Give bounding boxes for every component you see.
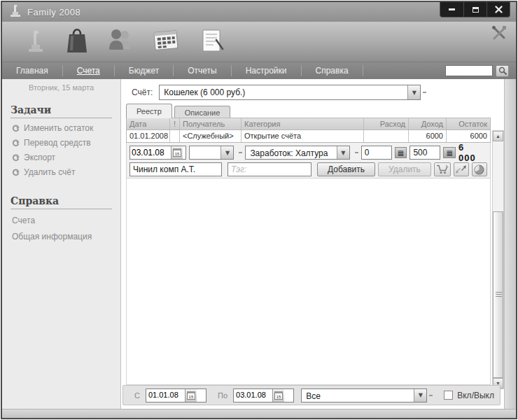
calendar-day-icon: 15 <box>187 391 195 400</box>
filter-from-date-input[interactable] <box>146 389 185 400</box>
filter-from-label: С <box>134 391 140 400</box>
table-row[interactable]: 01.01.2008 <Служебный> Открытие счёта 60… <box>126 130 491 143</box>
search-icon <box>498 66 507 75</box>
col-header-category[interactable]: Категория <box>241 118 364 130</box>
title-bar: Family 2008 <box>2 2 516 22</box>
menu-item-scheta[interactable]: Счета <box>63 65 115 76</box>
chevron-down-icon[interactable]: ▼ <box>407 85 420 99</box>
window-frame-bottom <box>2 409 516 418</box>
entry-editor: 15 ▼ Заработок: Халтура ▼ <box>126 143 491 178</box>
resize-tick <box>355 152 358 153</box>
window-title: Family 2008 <box>27 7 80 18</box>
chevron-down-icon[interactable]: ▼ <box>337 146 349 159</box>
sidebar-item-export[interactable]: Экспорт <box>12 153 120 162</box>
scroll-up-button[interactable]: ▲ <box>493 131 503 141</box>
window-controls <box>440 2 510 18</box>
resize-tick <box>423 92 426 93</box>
close-icon <box>495 6 503 13</box>
app-window: Family 2008 <box>1 1 517 419</box>
tag-input[interactable] <box>227 162 312 176</box>
menu-item-spravka[interactable]: Справка <box>302 65 363 76</box>
cell-category: Открытие счёта <box>241 130 364 142</box>
calculator-button[interactable]: ▦ <box>395 147 407 158</box>
people-icon[interactable] <box>107 27 134 57</box>
tools-icon[interactable] <box>491 24 507 44</box>
menu-item-byudzhet[interactable]: Бюджет <box>115 65 174 76</box>
calendar-picker-button[interactable]: 15 <box>272 389 284 402</box>
entry-category-select[interactable]: Заработок: Халтура ▼ <box>245 146 349 160</box>
entry-date-picker: 15 <box>130 146 186 160</box>
calculator-button[interactable]: ▦ <box>443 147 456 158</box>
transactions-table: Дата ! Получатель Категория Расход Доход… <box>126 118 491 143</box>
editor-row-2: Добавить Удалить <box>130 162 487 177</box>
chevron-down-icon[interactable]: ▼ <box>220 146 233 159</box>
minimize-button[interactable] <box>440 2 463 17</box>
menu-item-otchety[interactable]: Отчеты <box>174 65 231 76</box>
maximize-button[interactable] <box>463 2 486 17</box>
income-amount-input[interactable] <box>410 146 440 160</box>
shopping-cart-button[interactable] <box>434 162 451 176</box>
sidebar-item-transfer-funds[interactable]: Перевод средств <box>12 138 120 148</box>
cell-balance: 6000 <box>447 130 490 142</box>
chevron-down-icon[interactable]: ▼ <box>414 389 426 402</box>
arrow-bullet-icon <box>12 154 20 162</box>
account-select[interactable]: Кошелек (6 000 руб.) ▼ <box>159 85 421 100</box>
col-header-flag[interactable]: ! <box>170 118 180 130</box>
toolbar <box>2 22 516 62</box>
vertical-scrollbar[interactable]: ▲ ▼ <box>492 130 504 389</box>
calendar-day-icon: 15 <box>173 148 181 157</box>
filter-to-label: По <box>218 391 227 400</box>
sidebar-item-delete-account[interactable]: Удалить счёт <box>12 167 120 177</box>
tab-description[interactable]: Описание <box>174 106 231 118</box>
calendar-picker-button[interactable]: 15 <box>171 146 183 159</box>
search-input[interactable] <box>445 65 493 76</box>
entry-date-input[interactable] <box>130 146 171 159</box>
search-button[interactable] <box>496 65 509 77</box>
expense-amount-input[interactable] <box>361 146 392 160</box>
col-header-payee[interactable]: Получатель <box>180 118 241 130</box>
transfer-button[interactable] <box>454 162 469 176</box>
statue-icon[interactable] <box>24 27 47 57</box>
tab-register[interactable]: Реестр <box>126 104 172 118</box>
cell-income: 6000 <box>409 130 447 142</box>
col-header-date[interactable]: Дата <box>127 118 170 130</box>
app-logo-statue-icon <box>9 4 22 20</box>
main-panel: Счёт: Кошелек (6 000 руб.) ▼ Реестр Опис… <box>121 79 504 409</box>
editor-row-1: 15 ▼ Заработок: Халтура ▼ <box>130 145 487 160</box>
notebook-icon[interactable] <box>198 27 225 57</box>
sidebar-item-label: Удалить счёт <box>24 167 75 177</box>
shopping-bag-icon[interactable] <box>65 27 89 57</box>
sidebar-item-change-balance[interactable]: Изменить остаток <box>12 123 120 133</box>
col-header-expense[interactable]: Расход <box>364 118 409 130</box>
menu-item-glavnaya[interactable]: Главная <box>2 65 63 76</box>
entry-category-value: Заработок: Халтура <box>246 146 336 159</box>
calendar-icon[interactable] <box>152 28 180 56</box>
window-frame-right <box>504 79 516 409</box>
scrollbar-thumb[interactable] <box>493 211 503 378</box>
arrow-bullet-icon <box>12 125 20 132</box>
filter-category-value: Все <box>302 389 414 402</box>
pie-chart-button[interactable] <box>472 162 487 176</box>
transfer-arrows-icon <box>455 164 467 174</box>
sidebar-item-general-info[interactable]: Общая информация <box>12 232 120 241</box>
minimize-icon <box>449 8 455 10</box>
delete-button[interactable]: Удалить <box>378 162 431 176</box>
entry-payee-select[interactable]: ▼ <box>189 146 234 160</box>
sidebar: Вторник, 15 марта Задачи Изменить остато… <box>2 79 121 409</box>
sidebar-item-accounts-help[interactable]: Счета <box>12 216 120 225</box>
menu-item-nastroyki[interactable]: Настройки <box>232 65 302 76</box>
help-section-title: Справка <box>10 195 112 209</box>
tab-strip: Реестр Описание <box>126 104 230 118</box>
calendar-picker-button[interactable]: 15 <box>185 389 197 402</box>
filter-category-select[interactable]: Все ▼ <box>301 388 427 402</box>
resize-tick <box>429 395 433 396</box>
col-header-balance[interactable]: Остаток <box>447 118 490 130</box>
body: Вторник, 15 марта Задачи Изменить остато… <box>2 79 516 409</box>
comment-input[interactable] <box>130 162 222 176</box>
col-header-income[interactable]: Доход <box>409 118 447 130</box>
close-button[interactable] <box>486 2 510 17</box>
filter-from-date-picker: 15 <box>146 388 206 402</box>
filter-toggle-checkbox[interactable] <box>444 391 453 400</box>
add-button[interactable]: Добавить <box>317 162 375 176</box>
filter-to-date-input[interactable] <box>234 389 272 400</box>
